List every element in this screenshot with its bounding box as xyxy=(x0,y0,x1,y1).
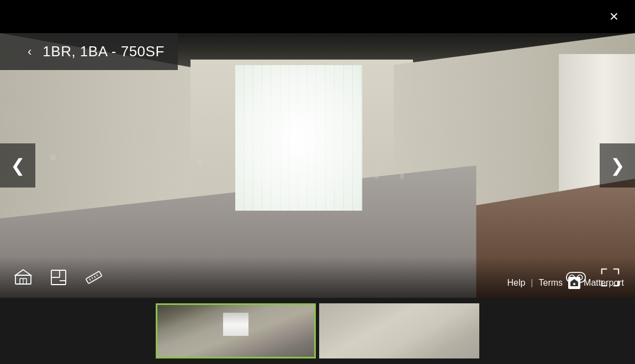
chevron-left-icon: ❮ xyxy=(10,155,25,176)
thumbnail-1[interactable] xyxy=(156,303,316,358)
main-viewer: ‹ 1BR, 1BA - 750SF ❮ ❯ xyxy=(0,33,635,298)
matterport-icon xyxy=(568,277,580,289)
electrical-outlet xyxy=(375,174,378,179)
top-bar: × xyxy=(0,0,635,33)
svg-line-11 xyxy=(94,276,96,277)
electrical-outlet xyxy=(51,154,55,160)
measure-button[interactable] xyxy=(82,265,106,290)
help-terms-bar: Help | Terms Matterport xyxy=(507,277,624,289)
toolbar-left xyxy=(11,265,106,290)
electrical-outlet xyxy=(400,174,404,179)
title-overlay: ‹ 1BR, 1BA - 750SF xyxy=(0,33,178,70)
floorplan-button[interactable] xyxy=(46,265,71,290)
thumbnail-1-image xyxy=(157,305,314,357)
matterport-label: Matterport xyxy=(584,278,624,288)
help-link[interactable]: Help xyxy=(507,278,525,288)
back-arrow[interactable]: ‹ xyxy=(28,45,31,59)
dollhouse-button[interactable] xyxy=(11,265,35,290)
nav-next-button[interactable]: ❯ xyxy=(600,143,635,188)
window xyxy=(235,65,362,211)
svg-line-12 xyxy=(97,274,98,276)
thumbnail-2[interactable] xyxy=(319,303,479,358)
window-glow xyxy=(235,65,362,211)
svg-line-10 xyxy=(92,277,93,279)
light-switch xyxy=(197,159,201,165)
divider: | xyxy=(531,278,533,288)
svg-marker-18 xyxy=(570,279,578,282)
close-button[interactable]: × xyxy=(604,7,624,26)
svg-line-9 xyxy=(89,279,91,280)
thumbnail-strip xyxy=(0,298,635,364)
svg-point-19 xyxy=(573,283,575,285)
thumbnail-2-image xyxy=(319,303,479,358)
nav-prev-button[interactable]: ❮ xyxy=(0,143,35,188)
matterport-logo[interactable]: Matterport xyxy=(568,277,624,289)
svg-rect-8 xyxy=(86,271,102,283)
listing-title: 1BR, 1BA - 750SF xyxy=(43,43,164,60)
chevron-right-icon: ❯ xyxy=(610,155,625,176)
terms-link[interactable]: Terms xyxy=(539,278,563,288)
svg-marker-1 xyxy=(15,270,31,275)
